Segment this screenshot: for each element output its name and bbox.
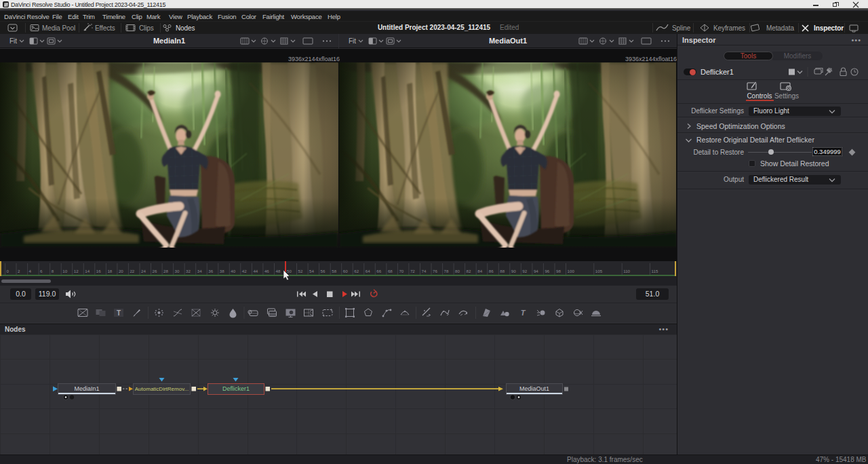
svg-text:80: 80 xyxy=(455,269,460,273)
svg-text:90: 90 xyxy=(511,269,516,273)
svg-text:28: 28 xyxy=(163,269,168,273)
svg-text:56: 56 xyxy=(321,269,326,273)
svg-text:62: 62 xyxy=(354,269,359,273)
svg-text:8: 8 xyxy=(52,269,54,273)
svg-text:42: 42 xyxy=(242,269,247,273)
svg-text:96: 96 xyxy=(545,269,549,273)
svg-text:10: 10 xyxy=(62,269,67,273)
svg-text:72: 72 xyxy=(410,269,415,273)
svg-text:34: 34 xyxy=(197,269,202,273)
svg-text:12: 12 xyxy=(74,269,79,273)
svg-text:36: 36 xyxy=(208,269,213,273)
svg-text:38: 38 xyxy=(220,269,224,273)
svg-text:0: 0 xyxy=(7,269,9,273)
svg-text:T: T xyxy=(117,309,121,317)
svg-text:110: 110 xyxy=(623,269,630,273)
svg-text:100: 100 xyxy=(568,269,575,273)
svg-text:32: 32 xyxy=(186,269,191,273)
svg-text:54: 54 xyxy=(309,269,314,273)
svg-text:14: 14 xyxy=(85,269,90,273)
svg-text:18: 18 xyxy=(107,269,112,273)
svg-text:20: 20 xyxy=(119,269,123,273)
svg-text:60: 60 xyxy=(343,269,348,273)
svg-text:24: 24 xyxy=(141,269,146,273)
svg-text:68: 68 xyxy=(388,269,393,273)
svg-text:78: 78 xyxy=(444,269,449,273)
svg-text:46: 46 xyxy=(264,269,269,273)
svg-text:74: 74 xyxy=(422,269,427,273)
svg-text:98: 98 xyxy=(556,269,561,273)
svg-text:88: 88 xyxy=(500,269,505,273)
svg-text:84: 84 xyxy=(477,269,482,273)
svg-text:6: 6 xyxy=(40,269,43,273)
svg-text:105: 105 xyxy=(595,269,603,273)
svg-text:2: 2 xyxy=(18,269,20,273)
svg-text:76: 76 xyxy=(433,269,437,273)
svg-text:48: 48 xyxy=(276,269,281,273)
svg-text:70: 70 xyxy=(399,269,403,273)
svg-text:22: 22 xyxy=(130,269,134,273)
svg-text:115: 115 xyxy=(652,269,658,273)
svg-text:64: 64 xyxy=(366,269,370,273)
svg-text:16: 16 xyxy=(96,269,101,273)
svg-text:52: 52 xyxy=(298,269,303,273)
svg-text:66: 66 xyxy=(376,269,381,273)
svg-text:26: 26 xyxy=(153,269,157,273)
svg-text:4: 4 xyxy=(29,269,32,273)
svg-text:92: 92 xyxy=(522,269,527,273)
svg-text:82: 82 xyxy=(467,269,471,273)
svg-text:30: 30 xyxy=(175,269,180,273)
svg-text:40: 40 xyxy=(231,269,235,273)
svg-text:94: 94 xyxy=(534,269,538,273)
svg-text:44: 44 xyxy=(253,269,258,273)
svg-text:86: 86 xyxy=(489,269,494,273)
svg-text:T: T xyxy=(521,309,526,317)
svg-text:58: 58 xyxy=(332,269,336,273)
